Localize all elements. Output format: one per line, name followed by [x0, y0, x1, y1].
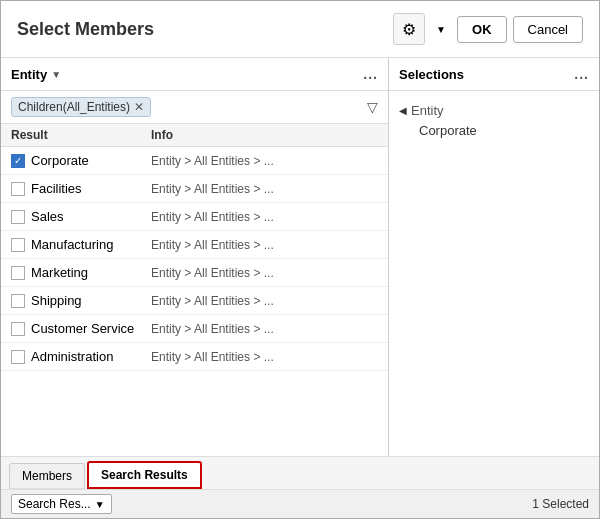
result-label: Manufacturing: [31, 237, 113, 252]
dialog-footer: Members Search Results Search Res... ▼ 1…: [1, 456, 599, 518]
result-label: Corporate: [31, 153, 89, 168]
result-label: Administration: [31, 349, 113, 364]
left-panel-title: Entity ▼: [11, 67, 61, 82]
col-result-header: Result: [11, 128, 151, 142]
table-body: ✓ Corporate Entity > All Entities > ... …: [1, 147, 388, 456]
table-row: Customer Service Entity > All Entities >…: [1, 315, 388, 343]
selection-group-label: Entity: [411, 103, 444, 118]
info-cell: Entity > All Entities > ...: [151, 266, 378, 280]
result-cell: ✓ Corporate: [11, 153, 151, 168]
table-row: Sales Entity > All Entities > ...: [1, 203, 388, 231]
result-cell: Sales: [11, 209, 151, 224]
chevron-down-icon: ▼: [436, 24, 446, 35]
selection-items: Corporate: [399, 120, 589, 141]
table-row: Facilities Entity > All Entities > ...: [1, 175, 388, 203]
collapse-icon[interactable]: ◀: [399, 105, 407, 116]
result-label: Customer Service: [31, 321, 134, 336]
result-cell: Shipping: [11, 293, 151, 308]
dropdown-chevron-icon: ▼: [95, 499, 105, 510]
table-header: Result Info: [1, 124, 388, 147]
dropdown-arrow-btn[interactable]: ▼: [431, 13, 451, 45]
dialog-title: Select Members: [17, 19, 154, 40]
table-row: ✓ Corporate Entity > All Entities > ...: [1, 147, 388, 175]
result-cell: Customer Service: [11, 321, 151, 336]
result-cell: Manufacturing: [11, 237, 151, 252]
result-label: Sales: [31, 209, 64, 224]
dropdown-label: Search Res...: [18, 497, 91, 511]
selection-group-header: ◀ Entity: [399, 101, 589, 120]
row-checkbox[interactable]: [11, 210, 25, 224]
left-panel-ellipsis[interactable]: ...: [363, 66, 378, 82]
gear-icon: ⚙: [402, 20, 416, 39]
selection-group-entity: ◀ Entity Corporate: [399, 101, 589, 141]
info-cell: Entity > All Entities > ...: [151, 238, 378, 252]
result-cell: Facilities: [11, 181, 151, 196]
footer-bottom: Search Res... ▼ 1 Selected: [1, 489, 599, 518]
row-checkbox[interactable]: [11, 266, 25, 280]
tab-members[interactable]: Members: [9, 463, 85, 489]
remove-filter-icon[interactable]: ✕: [134, 100, 144, 114]
row-checkbox[interactable]: [11, 238, 25, 252]
filter-bar: Children(All_Entities) ✕ ▽: [1, 91, 388, 124]
row-checkbox[interactable]: [11, 182, 25, 196]
col-info-header: Info: [151, 128, 378, 142]
row-checkbox[interactable]: [11, 294, 25, 308]
select-members-dialog: Select Members ⚙ ▼ OK Cancel Entity ▼ ..…: [0, 0, 600, 519]
info-cell: Entity > All Entities > ...: [151, 182, 378, 196]
row-checkbox[interactable]: [11, 322, 25, 336]
search-results-dropdown[interactable]: Search Res... ▼: [11, 494, 112, 514]
header-actions: ⚙ ▼ OK Cancel: [393, 13, 583, 45]
selected-count: 1 Selected: [532, 497, 589, 511]
filter-tag: Children(All_Entities) ✕: [11, 97, 151, 117]
filter-tag-text: Children(All_Entities): [18, 100, 130, 114]
tab-bar: Members Search Results: [1, 457, 599, 489]
right-panel-title: Selections: [399, 67, 464, 82]
row-checkbox[interactable]: [11, 350, 25, 364]
info-cell: Entity > All Entities > ...: [151, 350, 378, 364]
right-panel-ellipsis[interactable]: ...: [574, 66, 589, 82]
tab-search-results[interactable]: Search Results: [87, 461, 202, 489]
left-panel: Entity ▼ ... Children(All_Entities) ✕ ▽ …: [1, 58, 389, 456]
info-cell: Entity > All Entities > ...: [151, 322, 378, 336]
table-row: Marketing Entity > All Entities > ...: [1, 259, 388, 287]
selection-item: Corporate: [399, 120, 589, 141]
entity-dropdown-arrow[interactable]: ▼: [51, 69, 61, 80]
left-panel-header: Entity ▼ ...: [1, 58, 388, 91]
dialog-body: Entity ▼ ... Children(All_Entities) ✕ ▽ …: [1, 58, 599, 456]
gear-icon-btn[interactable]: ⚙: [393, 13, 425, 45]
table-row: Manufacturing Entity > All Entities > ..…: [1, 231, 388, 259]
result-label: Marketing: [31, 265, 88, 280]
dialog-header: Select Members ⚙ ▼ OK Cancel: [1, 1, 599, 58]
info-cell: Entity > All Entities > ...: [151, 294, 378, 308]
info-cell: Entity > All Entities > ...: [151, 210, 378, 224]
left-panel-title-text: Entity: [11, 67, 47, 82]
info-cell: Entity > All Entities > ...: [151, 154, 378, 168]
result-label: Facilities: [31, 181, 82, 196]
table-row: Administration Entity > All Entities > .…: [1, 343, 388, 371]
result-cell: Administration: [11, 349, 151, 364]
filter-icon[interactable]: ▽: [367, 99, 378, 115]
result-cell: Marketing: [11, 265, 151, 280]
row-checkbox[interactable]: ✓: [11, 154, 25, 168]
cancel-button[interactable]: Cancel: [513, 16, 583, 43]
table-row: Shipping Entity > All Entities > ...: [1, 287, 388, 315]
right-panel: Selections ... ◀ Entity Corporate: [389, 58, 599, 456]
right-panel-header: Selections ...: [389, 58, 599, 91]
selections-area: ◀ Entity Corporate: [389, 91, 599, 456]
result-label: Shipping: [31, 293, 82, 308]
ok-button[interactable]: OK: [457, 16, 507, 43]
